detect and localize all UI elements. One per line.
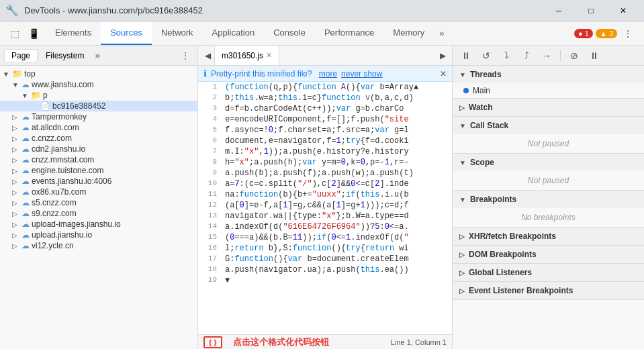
dom-breakpoints-header[interactable]: ▷ DOM Breakpoints (453, 246, 644, 263)
tree-arrow-icon: ▼ (21, 92, 31, 99)
code-line: 4 e=encodeURIComponent,f=[];f.push("site (198, 114, 452, 125)
code-line: 3 d=f=b.charCodeAt(c++));var g=b.charCo (198, 103, 452, 114)
tree-item-label: at.alicdn.com (32, 123, 79, 132)
code-line: 14 a.indexOf(d("616E64726F6964"))?5:0<=a… (198, 221, 452, 232)
list-item[interactable]: ▷ ☁ upload-images.jianshu.io (0, 219, 197, 230)
tree-item-label: cdn2.jianshu.io (32, 144, 85, 154)
list-item[interactable]: ▷ ☁ cnzz.mmstat.com (0, 154, 197, 165)
pretty-print-more-link[interactable]: more (319, 69, 337, 79)
settings-icon[interactable]: ⋮ (620, 26, 636, 42)
file-icon: 📄 (40, 101, 50, 111)
left-panel-tabs: Page Filesystem » ⋮ (0, 46, 197, 66)
event-listener-breakpoints-header[interactable]: ▷ Event Listener Breakpoints (453, 282, 644, 299)
domain-icon: ☁ (21, 155, 30, 164)
editor-tab-nav-left-icon[interactable]: ◀ (201, 51, 214, 60)
tree-arrow-icon: ▷ (12, 210, 21, 217)
global-listeners-header[interactable]: ▷ Global Listeners (453, 264, 644, 281)
pretty-print-never-link[interactable]: never show (341, 69, 382, 79)
list-item[interactable]: ▷ ☁ vi12.ycle.cn (0, 240, 197, 251)
dom-breakpoints-title: DOM Breakpoints (469, 250, 537, 259)
deactivate-breakpoints-button[interactable]: ⊘ (566, 48, 582, 64)
tree-item-label: events.jianshu.io:4006 (32, 177, 111, 186)
tree-item-label: top (24, 69, 36, 79)
tree-arrow-icon: ▼ (12, 81, 21, 89)
call-stack-header[interactable]: ▼ Call Stack (453, 117, 644, 134)
pause-button[interactable]: ⏸ (458, 48, 474, 64)
code-line: 18 a.push(navigator.ua);a.push(this.ea()… (198, 264, 452, 275)
editor-tab-close-icon[interactable]: ✕ (266, 51, 272, 60)
list-item[interactable]: 📄 bc916e388452 (0, 101, 197, 111)
pretty-print-info-bar: ℹ Pretty-print this minified file? more … (198, 66, 452, 82)
code-line: 2 b;this.w=a;this.i=c}function v(b,a,c,d… (198, 93, 452, 103)
step-into-button[interactable]: ⤵ (498, 48, 514, 64)
warning-badge: ▲ 3 (596, 29, 617, 38)
info-icon: ℹ (203, 68, 207, 79)
minimize-button[interactable]: ─ (543, 0, 574, 21)
list-item[interactable]: ▷ ☁ events.jianshu.io:4006 (0, 176, 197, 187)
global-listeners-arrow-icon: ▷ (459, 269, 465, 277)
domain-icon: ☁ (21, 166, 30, 175)
code-line: 5 f.async=!0;f.charset=a;f.src=a;var g=l (198, 125, 452, 136)
list-item[interactable]: ▷ ☁ at.alicdn.com (0, 122, 197, 133)
list-item[interactable]: ▼ 📁 top (0, 68, 197, 79)
step-out-button[interactable]: ⤴ (518, 48, 535, 64)
tab-sources[interactable]: Sources (101, 21, 152, 45)
code-line: 17 G:function(){var b=document.createEle… (198, 254, 452, 264)
list-item[interactable]: ▷ ☁ c.cnzz.com (0, 133, 197, 144)
list-item[interactable]: ▷ ☁ Tampermonkey (0, 111, 197, 122)
format-button[interactable]: { } (203, 336, 222, 348)
tab-elements[interactable]: Elements (46, 21, 101, 45)
tab-network[interactable]: Network (152, 21, 203, 45)
list-item[interactable]: ▼ ☁ www.jianshu.com (0, 79, 197, 90)
tab-page[interactable]: Page (4, 49, 38, 62)
inspect-icon[interactable]: ⬚ (7, 26, 23, 42)
editor-tab-nav-right-icon[interactable]: ▶ (436, 51, 449, 60)
error-badge: ● 1 (574, 29, 593, 38)
call-stack-empty: Not paused (528, 139, 569, 148)
code-line: 15 (0===a)&&(b.B=11));if(0<=1.indexOf(d(… (198, 232, 452, 243)
list-item[interactable]: ▷ ☁ s5.cnzz.com (0, 197, 197, 208)
device-icon[interactable]: 📱 (26, 26, 42, 42)
domain-icon: ☁ (21, 187, 30, 197)
code-area[interactable]: 1 (function(q,p){function A(){var b=Arra… (198, 82, 452, 334)
threads-header[interactable]: ▼ Threads (453, 66, 644, 83)
tree-item-label: bc916e388452 (52, 101, 105, 111)
pause-on-exception-button[interactable]: ⏸ (586, 48, 602, 64)
info-close-icon[interactable]: ✕ (440, 69, 447, 79)
watch-arrow-icon: ▷ (459, 104, 465, 111)
tab-performance[interactable]: Performance (315, 21, 383, 45)
maximize-button[interactable]: □ (576, 0, 606, 21)
main-thread-item[interactable]: Main (453, 83, 644, 98)
more-left-tabs-icon[interactable]: » (95, 50, 99, 60)
xhr-breakpoints-header[interactable]: ▷ XHR/fetch Breakpoints (453, 228, 644, 245)
editor-tab-m301650[interactable]: m301650.js ✕ (214, 46, 279, 65)
event-listener-breakpoints-section: ▷ Event Listener Breakpoints (453, 282, 644, 300)
tab-application[interactable]: Application (203, 21, 265, 45)
left-panel-menu-icon[interactable]: ⋮ (177, 50, 193, 62)
list-item[interactable]: ▷ ☁ upload.jianshu.io (0, 230, 197, 240)
scope-arrow-icon: ▼ (459, 159, 466, 166)
tab-memory[interactable]: Memory (383, 21, 434, 45)
list-item[interactable]: ▷ ☁ cdn2.jianshu.io (0, 144, 197, 154)
call-stack-arrow-icon: ▼ (459, 122, 466, 130)
step-over-button[interactable]: ↺ (478, 48, 494, 64)
global-listeners-section: ▷ Global Listeners (453, 264, 644, 282)
step-button[interactable]: → (539, 48, 555, 64)
list-item[interactable]: ▷ ☁ engine.tuistone.com (0, 165, 197, 176)
tab-console[interactable]: Console (264, 21, 315, 45)
left-panel: Page Filesystem » ⋮ ▼ 📁 top ▼ ☁ www.jian… (0, 46, 198, 349)
list-item[interactable]: ▼ 📁 p (0, 90, 197, 101)
xhr-breakpoints-section: ▷ XHR/fetch Breakpoints (453, 228, 644, 246)
close-button[interactable]: ✕ (608, 0, 639, 21)
tab-filesystem[interactable]: Filesystem (39, 50, 91, 62)
domain-icon: ☁ (21, 198, 30, 207)
scope-header[interactable]: ▼ Scope (453, 154, 644, 171)
list-item[interactable]: ▷ ☁ ox86.xu7b.com (0, 187, 197, 197)
list-item[interactable]: ▷ ☁ s9.cnzz.com (0, 208, 197, 219)
format-tooltip: 点击这个格式化代码按钮 (233, 336, 329, 348)
code-line: 9 a.push(b);a.push(f);a.push(w);a.push(t… (198, 168, 452, 179)
watch-header[interactable]: ▷ Watch (453, 99, 644, 116)
breakpoints-header[interactable]: ▼ Breakpoints (453, 191, 644, 208)
tree-item-label: vi12.ycle.cn (32, 241, 74, 250)
more-tabs-icon[interactable]: » (434, 28, 449, 38)
